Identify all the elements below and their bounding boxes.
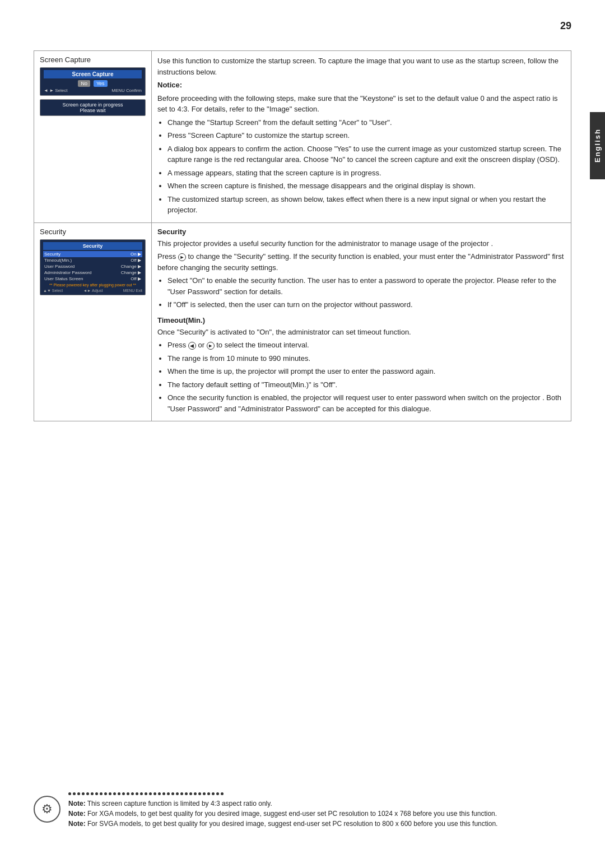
timeout-bullet-4: The factory default setting of "Timeout(… bbox=[167, 379, 565, 391]
osd-sec-warning: ** Please powered key after plugging pow… bbox=[43, 283, 142, 287]
security-left: Security Security Security On ▶ Timeout(… bbox=[34, 222, 152, 421]
sc-bullet-2: Press "Screen Capture" to customize the … bbox=[167, 130, 565, 141]
note-line-3: Note: For SVGA models, to get best quali… bbox=[68, 819, 571, 829]
osd-sc-nav-select: ◄ ► Select bbox=[44, 88, 68, 93]
security-heading: Security bbox=[157, 228, 565, 236]
timeout-bullet-1: Press ◀ or ► to select the timeout inter… bbox=[167, 340, 565, 351]
sc-bullet-3: A dialog box appears to confirm the acti… bbox=[167, 143, 565, 165]
sc-intro-text: Use this function to customize the start… bbox=[157, 55, 565, 77]
osd-sc-nav: ◄ ► Select MENU Confirm bbox=[44, 88, 142, 93]
arrow-right-icon: ► bbox=[178, 253, 186, 261]
osd-sc-nav-menu: MENU Confirm bbox=[111, 88, 142, 93]
sc-bullet-1: Change the "Startup Screen" from the def… bbox=[167, 117, 565, 128]
arrow-left-icon: ◀ bbox=[188, 342, 196, 350]
timeout-bullet-5: Once the security function is enabled, t… bbox=[167, 392, 565, 414]
main-content-table: Screen Capture Screen Capture No Yes ◄ ►… bbox=[34, 50, 571, 421]
sc-notice-label: Notice: bbox=[157, 80, 565, 91]
note-line-1: Note: This screen capture function is li… bbox=[68, 799, 571, 809]
security-label: Security bbox=[40, 228, 146, 236]
timeout-bullet-3: When the time is up, the projector will … bbox=[167, 366, 565, 377]
language-tab: English bbox=[590, 112, 605, 179]
timeout-heading: Timeout(Min.) bbox=[157, 316, 565, 324]
security-bullets: Select "On" to enable the security funct… bbox=[167, 275, 565, 310]
osd-sc-title: Screen Capture bbox=[44, 70, 142, 78]
osd-sec-row-security: Security On ▶ bbox=[43, 251, 142, 257]
osd-sec-row-timeout: Timeout(Min.) Off ▶ bbox=[43, 257, 142, 263]
osd-sc-options: No Yes bbox=[44, 80, 142, 87]
sec-bullet-2: If "Off" is selected, then the user can … bbox=[167, 299, 565, 310]
osd-sec-row-admin-pw: Administrator Password Change ▶ bbox=[43, 270, 142, 276]
note-icon: ⚙ bbox=[34, 796, 61, 823]
arrow-right-icon-2: ► bbox=[207, 342, 215, 350]
osd-screen-capture: Screen Capture No Yes ◄ ► Select MENU Co… bbox=[40, 67, 146, 96]
timeout-bullets: Press ◀ or ► to select the timeout inter… bbox=[167, 340, 565, 414]
security-press: Press ► to change the "Security" setting… bbox=[157, 251, 565, 273]
osd-progress-line2: Please wait bbox=[44, 108, 142, 113]
screen-capture-right: Use this function to customize the start… bbox=[152, 51, 571, 223]
osd-sec-row-user-status: User Status Screen Off ▶ bbox=[43, 276, 142, 282]
note-dots bbox=[68, 792, 571, 795]
press-label: Press bbox=[157, 252, 178, 261]
osd-security: Security Security On ▶ Timeout(Min.) Off… bbox=[40, 239, 146, 295]
screen-capture-row: Screen Capture Screen Capture No Yes ◄ ►… bbox=[34, 51, 571, 223]
security-right: Security This projector provides a usefu… bbox=[152, 222, 571, 421]
osd-progress: Screen capture in progress Please wait bbox=[40, 99, 146, 116]
sec-bullet-1: Select "On" to enable the security funct… bbox=[167, 275, 565, 297]
security-row: Security Security Security On ▶ Timeout(… bbox=[34, 222, 571, 421]
timeout-bullet-2: The range is from 10 minute to 990 minut… bbox=[167, 353, 565, 364]
sc-bullets: Change the "Startup Screen" from the def… bbox=[167, 117, 565, 216]
note-section: ⚙ Note: This screen capture function is … bbox=[34, 792, 571, 829]
sc-bullet-6: The customized startup screen, as shown … bbox=[167, 194, 565, 216]
note-line-2: Note: For XGA models, to get best qualit… bbox=[68, 809, 571, 819]
screen-capture-left: Screen Capture Screen Capture No Yes ◄ ►… bbox=[34, 51, 152, 223]
osd-progress-line1: Screen capture in progress bbox=[44, 102, 142, 108]
sc-notice-text: Before proceeding with the following ste… bbox=[157, 93, 565, 115]
timeout-intro: Once "Security" is activated to "On", th… bbox=[157, 327, 565, 338]
page-number: 29 bbox=[560, 20, 571, 32]
press-text: to change the "Security" setting. If the… bbox=[157, 252, 564, 272]
sc-bullet-4: A message appears, stating that the scre… bbox=[167, 168, 565, 179]
note-text: Note: This screen capture function is li… bbox=[68, 792, 571, 829]
screen-capture-label: Screen Capture bbox=[40, 55, 146, 64]
osd-sec-nav: ▲▼ Select ◄► Adjust MENU Exit bbox=[43, 289, 142, 293]
osd-sec-title: Security bbox=[43, 242, 142, 250]
sc-bullet-5: When the screen capture is finished, the… bbox=[167, 180, 565, 192]
osd-sec-row-user-pw: User Password Change ▶ bbox=[43, 263, 142, 270]
osd-yes-button: Yes bbox=[94, 80, 108, 87]
security-intro: This projector provides a useful securit… bbox=[157, 238, 565, 249]
osd-no-button: No bbox=[78, 80, 90, 87]
